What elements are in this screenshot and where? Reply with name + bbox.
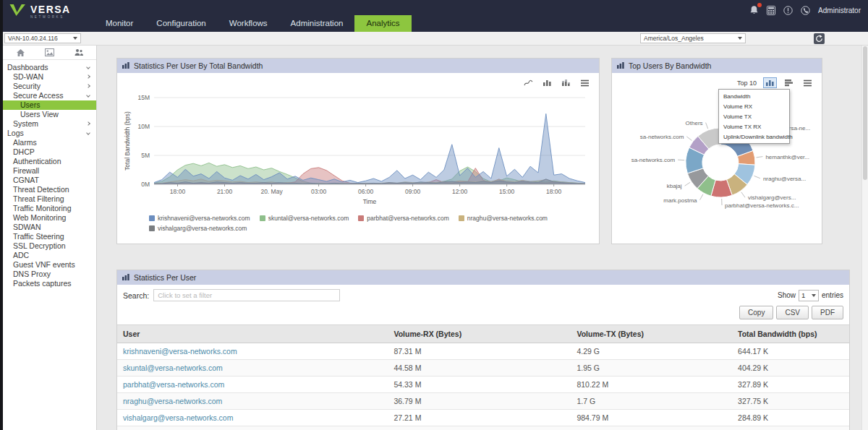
- search-input[interactable]: [153, 289, 340, 301]
- stacked-chart-icon[interactable]: [559, 77, 573, 88]
- menu-item-volume-tx[interactable]: Volume TX: [719, 111, 789, 121]
- bandwidth-area-chart[interactable]: 0M5M10M15M18:0021:0020. May03:0006:0009:…: [122, 89, 594, 212]
- chevron-right-icon: [86, 74, 90, 79]
- sidebar-item-firewall[interactable]: Firewall: [3, 166, 96, 176]
- total-bandwidth-cell: 404.29 K: [732, 360, 849, 377]
- export-buttons: CopyCSVPDF: [117, 304, 849, 324]
- column-header-total-bandwidth-bps[interactable]: Total Bandwidth (bps): [732, 325, 849, 343]
- stats-table-panel: Statistics Per User Search: Show 1 entri…: [116, 270, 850, 430]
- alert-info-icon[interactable]: [783, 6, 793, 15]
- sidebar-item-traffic-monitoring[interactable]: Traffic Monitoring: [3, 204, 96, 213]
- legend-item[interactable]: vishalgarg@versa-networks.com: [149, 225, 247, 232]
- csv-button[interactable]: CSV: [776, 306, 809, 319]
- sidebar-item-adc[interactable]: ADC: [3, 251, 96, 260]
- sidebar-item-logs[interactable]: Logs: [3, 129, 96, 138]
- bar-chart-icon: [617, 61, 624, 70]
- vertical-scrollbar[interactable]: [861, 46, 868, 430]
- column-header-volume-tx-bytes[interactable]: Volume-TX (Bytes): [571, 325, 732, 343]
- sidebar-item-threat-detection[interactable]: Threat Detection: [3, 185, 96, 194]
- nav-configuration[interactable]: Configuration: [145, 15, 217, 32]
- user-link[interactable]: krishnaveni@versa-networks.com: [123, 347, 237, 356]
- nav-monitor[interactable]: Monitor: [94, 15, 145, 32]
- sidebar-item-label: Firewall: [13, 166, 39, 175]
- sidebar-item-dns-proxy[interactable]: DNS Proxy: [3, 270, 96, 279]
- sidebar-icon-row: [3, 46, 96, 60]
- sidebar-item-alarms[interactable]: Alarms: [3, 138, 96, 147]
- bar-chart-icon[interactable]: [782, 77, 796, 88]
- sidebar-item-dhcp[interactable]: DHCP: [3, 147, 96, 157]
- sidebar-item-traffic-steering[interactable]: Traffic Steering: [3, 232, 96, 241]
- menu-item-uplink-downlink-bandwidth[interactable]: Uplink/Downlink bandwidth: [719, 132, 789, 142]
- pdf-button[interactable]: PDF: [812, 306, 843, 319]
- calculator-icon[interactable]: [767, 6, 775, 15]
- scrollbar-thumb[interactable]: [863, 46, 867, 180]
- home-icon[interactable]: [16, 48, 25, 57]
- sidebar-item-sdwan[interactable]: SDWAN: [3, 223, 96, 232]
- sidebar-item-authentication[interactable]: Authentication: [3, 157, 96, 166]
- page-size-value: 1: [801, 291, 805, 299]
- versa-logo[interactable]: VERSA NETWORKS: [9, 4, 71, 20]
- area-series[interactable]: [154, 113, 585, 184]
- sidebar-item-sd-wan[interactable]: SD-WAN: [3, 72, 96, 82]
- page-size-select[interactable]: 1: [799, 290, 819, 301]
- hamburger-menu-icon[interactable]: [578, 78, 592, 88]
- user-link[interactable]: skuntal@versa-networks.com: [123, 364, 223, 372]
- stats-table: UserVolume-RX (Bytes)Volume-TX (Bytes)To…: [117, 324, 849, 430]
- svg-text:Total Bandwidth (bps): Total Bandwidth (bps): [124, 111, 131, 171]
- sidebar: DashboardsSD-WANSecuritySecure AccessUse…: [3, 46, 97, 430]
- sidebar-item-web-monitoring[interactable]: Web Monitoring: [3, 213, 96, 223]
- legend-item[interactable]: krishnaveni@versa-networks.com: [149, 215, 250, 222]
- svg-text:5M: 5M: [141, 152, 150, 159]
- image-icon[interactable]: [45, 48, 54, 56]
- svg-text:06:00: 06:00: [358, 188, 374, 195]
- admin-user-label[interactable]: Administrator: [818, 7, 861, 14]
- menu-item-bandwidth[interactable]: Bandwidth: [719, 91, 789, 101]
- user-link[interactable]: vishalgarg@versa-networks.com: [123, 413, 233, 422]
- bell-icon[interactable]: [749, 5, 759, 15]
- user-link[interactable]: nraghu@versa-networks.com: [123, 397, 222, 405]
- users-icon[interactable]: [74, 48, 84, 56]
- user-link[interactable]: parbhat@versa-networks.com: [123, 380, 224, 389]
- column-chart-icon[interactable]: [763, 77, 777, 88]
- device-selector[interactable]: VAN-10.40.24.116: [4, 33, 81, 43]
- menu-item-volume-tx-rx[interactable]: Volume TX RX: [719, 121, 789, 132]
- column-chart-icon[interactable]: [540, 77, 554, 88]
- menu-item-volume-rx[interactable]: Volume RX: [719, 101, 789, 111]
- sidebar-item-secure-access[interactable]: Secure Access: [3, 91, 96, 100]
- column-header-volume-rx-bytes[interactable]: Volume-RX (Bytes): [388, 325, 571, 343]
- legend-item[interactable]: skuntal@versa-networks.com: [260, 215, 349, 222]
- top-n-label[interactable]: Top 10: [737, 79, 757, 87]
- table-controls: Search: Show 1 entries: [117, 285, 849, 304]
- pie-label: kbajaj: [667, 183, 682, 189]
- timezone-selector[interactable]: America/Los_Angeles: [640, 33, 746, 43]
- sidebar-item-users[interactable]: Users: [3, 100, 96, 110]
- nav-administration[interactable]: Administration: [279, 15, 355, 32]
- legend-item[interactable]: nraghu@versa-networks.com: [459, 215, 548, 222]
- refresh-button[interactable]: [814, 33, 825, 44]
- phone-icon[interactable]: [801, 6, 810, 15]
- sidebar-item-cgnat[interactable]: CGNAT: [3, 176, 96, 185]
- sidebar-item-label: Secure Access: [13, 91, 63, 100]
- chevron-right-icon: [86, 84, 90, 88]
- sidebar-item-packets-captures[interactable]: Packets captures: [3, 279, 96, 288]
- top-users-donut[interactable]: krishnaveni@versa-ne...hemanthk@ver...nr…: [612, 90, 822, 239]
- sidebar-item-dashboards[interactable]: Dashboards: [3, 63, 96, 72]
- nav-workflows[interactable]: Workflows: [218, 15, 279, 32]
- table-header-row: UserVolume-RX (Bytes)Volume-TX (Bytes)To…: [117, 325, 849, 343]
- sidebar-item-label: Authentication: [13, 157, 61, 165]
- spline-chart-icon[interactable]: [522, 77, 535, 88]
- show-entries: Show 1 entries: [778, 290, 843, 301]
- sidebar-item-ssl-decryption[interactable]: SSL Decryption: [3, 241, 96, 251]
- sidebar-item-users-view[interactable]: Users View: [3, 110, 96, 119]
- column-header-user[interactable]: User: [117, 325, 388, 343]
- copy-button[interactable]: Copy: [739, 306, 773, 319]
- nav-analytics[interactable]: Analytics: [354, 15, 411, 32]
- legend-item[interactable]: parbhat@versa-networks.com: [358, 215, 449, 222]
- top-users-panel-header: Top Users By Bandwidth: [612, 59, 822, 73]
- sidebar-item-threat-filtering[interactable]: Threat Filtering: [3, 194, 96, 204]
- sidebar-item-guest-vnf-events[interactable]: Guest VNF events: [3, 260, 96, 270]
- hamburger-menu-icon[interactable]: [801, 78, 814, 88]
- sidebar-item-system[interactable]: System: [3, 119, 96, 129]
- bandwidth-panel-title: Statistics Per User By Total Bandwidth: [134, 61, 263, 70]
- sidebar-item-security[interactable]: Security: [3, 82, 96, 91]
